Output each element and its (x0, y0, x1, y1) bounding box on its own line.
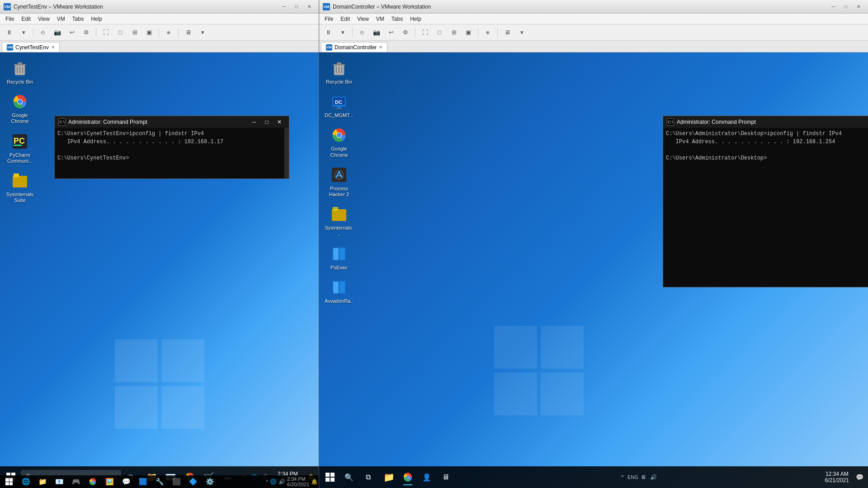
right-notif-keyboard[interactable]: ENG (628, 473, 637, 482)
right-toolbar-dropdown2[interactable]: ▾ (515, 27, 528, 38)
left-cmd-scrollbar[interactable] (284, 128, 289, 178)
left-toolbar-settings[interactable]: ⚙ (80, 27, 93, 38)
right-toolbar-view3[interactable]: ⊞ (448, 27, 460, 38)
left-action-center-small[interactable]: 🔔 (311, 479, 318, 485)
right-icon-sysinternals[interactable]: Sysinternals... (323, 203, 355, 239)
left-toolbar-view3[interactable]: ⊞ (128, 27, 141, 38)
left-toolbar-view4[interactable]: ▣ (143, 27, 156, 38)
right-icon-recycle-bin[interactable]: Recycle Bin (323, 57, 355, 87)
left-icon-recycle-bin[interactable]: Recycle Bin (4, 57, 36, 87)
left-menu-view[interactable]: View (34, 15, 53, 23)
left-toolbar-view2[interactable]: □ (114, 27, 127, 38)
right-taskview-btn[interactable]: ⧉ (359, 468, 377, 486)
left-tb-app8[interactable]: 🟦 (135, 474, 151, 488)
right-toolbar-pause[interactable]: ⏸ (322, 27, 335, 38)
right-icon-google-chrome[interactable]: Google Chrome (323, 124, 355, 160)
left-tray-sound[interactable]: 🔊 (278, 479, 285, 485)
right-taskbar-search-btn[interactable]: 🔍 (340, 468, 358, 486)
left-toolbar-fullscreen[interactable]: ⛶ (99, 27, 112, 38)
svg-rect-37 (337, 107, 341, 108)
right-tab-dc[interactable]: VM DomainController ✕ (321, 42, 387, 52)
right-toolbar-view2[interactable]: □ (433, 27, 446, 38)
left-maximize-button[interactable]: □ (291, 2, 302, 11)
left-toolbar-snap[interactable]: 📷 (51, 27, 64, 38)
right-taskbar-start[interactable] (321, 468, 339, 486)
right-notif-speaker[interactable]: 🔊 (649, 473, 658, 482)
left-cmd-maximize[interactable]: □ (261, 117, 273, 127)
left-tb-app6[interactable]: 🖼️ (101, 474, 118, 488)
left-cmd-minimize[interactable]: ─ (248, 117, 260, 127)
right-taskbar-explorer[interactable]: 📁 (380, 468, 398, 486)
left-tb-app12[interactable]: ⚙️ (202, 474, 218, 488)
left-toolbar-revert[interactable]: ↩ (66, 27, 78, 38)
right-toolbar-view4[interactable]: ▣ (462, 27, 475, 38)
left-tb-app4[interactable]: 🎮 (68, 474, 84, 488)
left-menu-vm[interactable]: VM (53, 15, 69, 23)
left-cmd-window[interactable]: C:\ Administrator: Command Prompt ─ □ ✕ … (54, 116, 289, 179)
left-minimize-button[interactable]: ─ (278, 2, 290, 11)
right-icon-psexec[interactable]: PsExec (323, 243, 355, 272)
right-menu-file[interactable]: File (321, 15, 337, 23)
right-toolbar-display[interactable]: 🖥 (501, 27, 514, 38)
right-menu-tabs[interactable]: Tabs (388, 15, 406, 23)
left-toolbar-display[interactable]: 🖥 (182, 27, 194, 38)
right-toolbar-revert[interactable]: ↩ (385, 27, 397, 38)
right-taskbar-app4[interactable]: 🖥 (437, 468, 455, 486)
left-tb-chrome2[interactable] (85, 474, 101, 488)
svg-rect-25 (494, 326, 537, 369)
right-notif-caret[interactable]: ^ (618, 473, 627, 482)
left-menu-help[interactable]: Help (87, 15, 106, 23)
right-menu-edit[interactable]: Edit (337, 15, 354, 23)
left-tb-files[interactable]: 📁 (34, 474, 51, 488)
right-toolbar-fullscreen[interactable]: ⛶ (419, 27, 431, 38)
right-menu-vm[interactable]: VM (373, 15, 388, 23)
right-taskbar-chrome[interactable] (399, 468, 417, 486)
right-toolbar-dropdown1[interactable]: ▾ (336, 27, 349, 38)
left-vm-panel: VM CynetTestEnv – VMware Workstation ─ □… (0, 0, 319, 488)
left-toolbar-usb[interactable]: ⎈ (162, 27, 175, 38)
right-maximize-button[interactable]: □ (840, 2, 852, 11)
left-menu-edit[interactable]: Edit (18, 15, 34, 23)
left-tray-network2[interactable]: 🌐 (270, 479, 277, 485)
right-icon-process-hacker[interactable]: Process Hacker 2 (323, 164, 355, 199)
left-toolbar-pause[interactable]: ⏸ (3, 27, 15, 38)
left-tb-windows[interactable] (1, 474, 17, 488)
left-tab-close[interactable]: ✕ (51, 45, 55, 50)
right-toolbar-snap[interactable]: 📷 (370, 27, 383, 38)
left-tray-caret[interactable]: ^ (266, 479, 268, 484)
right-toolbar-settings[interactable]: ⚙ (399, 27, 412, 38)
left-menu-file[interactable]: File (2, 15, 18, 23)
left-tb-mail2[interactable]: 📧 (51, 474, 67, 488)
left-tb-app7[interactable]: 💬 (118, 474, 134, 488)
right-close-button[interactable]: ✕ (853, 2, 864, 11)
right-menu-view[interactable]: View (354, 15, 373, 23)
left-icon-google-chrome[interactable]: Google Chrome (4, 90, 36, 126)
right-icon-dc-mgmt[interactable]: DC DC_MGMT... (323, 90, 355, 120)
left-icon-sysinternals[interactable]: Sysinternals Suite (4, 169, 36, 205)
left-menu-tabs[interactable]: Tabs (69, 15, 87, 23)
right-menu-help[interactable]: Help (406, 15, 425, 23)
svg-text:DC: DC (335, 99, 342, 105)
left-toolbar-send-ctrl[interactable]: ⎋ (37, 27, 49, 38)
right-notif-network[interactable]: 🖥 (639, 473, 648, 482)
left-cmd-close[interactable]: ✕ (274, 117, 285, 127)
right-notification-center[interactable]: 💬 (854, 468, 866, 486)
left-tb-app9[interactable]: 🔧 (151, 474, 168, 488)
right-icon-avvadon[interactable]: AvvadonRa... (323, 276, 355, 312)
left-tb-app11[interactable]: 🔷 (185, 474, 201, 488)
left-tb-app10[interactable]: ⬛ (168, 474, 184, 488)
right-toolbar-send-ctrl[interactable]: ⎋ (356, 27, 368, 38)
left-toolbar-dropdown2[interactable]: ▾ (196, 27, 209, 38)
right-taskbar-app3[interactable]: 👤 (418, 468, 436, 486)
right-taskbar-clock[interactable]: 12:34 AM 6/21/2021 (821, 471, 853, 483)
right-tab-close[interactable]: ✕ (379, 45, 382, 50)
left-tb-edge[interactable]: 🌐 (18, 474, 34, 488)
right-toolbar-usb[interactable]: ⎈ (481, 27, 494, 38)
left-clock-small[interactable]: 2:34 PM 6/20/2021 (287, 476, 309, 487)
right-minimize-button[interactable]: ─ (827, 2, 839, 11)
left-close-button[interactable]: ✕ (303, 2, 315, 11)
left-tab-cynet[interactable]: VM CynetTestEnv ✕ (2, 42, 60, 52)
left-icon-pycharm[interactable]: PC PyCharm Communi... (4, 130, 36, 166)
right-cmd-window[interactable]: C:\ Administrator: Command Prompt ─ □ ✕ … (663, 116, 868, 287)
left-toolbar-dropdown1[interactable]: ▾ (17, 27, 30, 38)
